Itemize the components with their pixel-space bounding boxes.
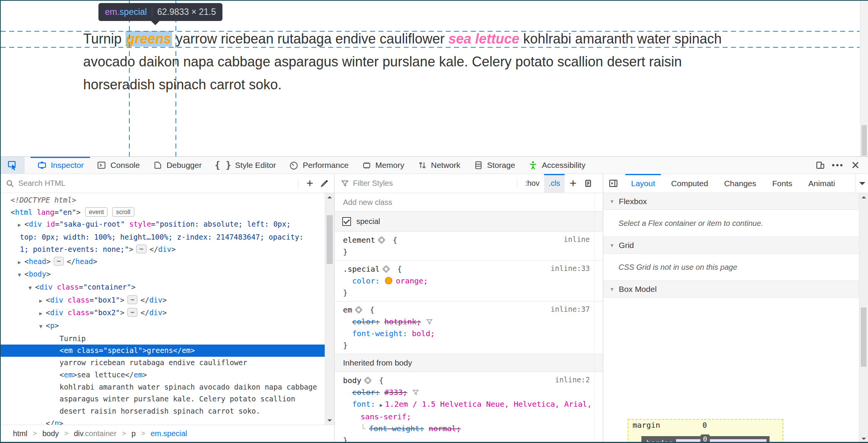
twisty-expanded-icon[interactable]: ▼ — [25, 282, 35, 294]
rule-selector[interactable]: element — [343, 235, 375, 245]
pseudo-class-toggle[interactable]: :hov — [520, 174, 544, 193]
markup-row[interactable]: ▶<div id="saka-gui-root" style="position… — [0, 218, 325, 231]
color-swatch[interactable] — [385, 277, 392, 284]
twisty-collapsed-icon[interactable]: ▶ — [14, 219, 24, 231]
property-value[interactable]: normal; — [429, 424, 461, 433]
markup-row[interactable]: <!DOCTYPE html> — [0, 194, 325, 206]
close-icon[interactable]: × — [847, 157, 864, 174]
property-value[interactable]: 1.2em / 1.5 Helvetica Neue, Helvetica, A… — [385, 400, 592, 409]
rule-selector[interactable]: em — [343, 305, 352, 314]
markup-row[interactable]: desert raisin horseradish spinach carrot… — [0, 405, 325, 417]
selector-highlighter-icon[interactable] — [378, 237, 385, 243]
rule-selector[interactable]: .special — [343, 264, 380, 274]
property-name[interactable]: font-weight: — [369, 424, 424, 433]
property-name[interactable]: color: — [352, 276, 380, 285]
print-media-icon[interactable] — [584, 179, 593, 188]
rule-source-link[interactable]: inline:33 — [551, 264, 590, 272]
markup-row[interactable]: ▶<div class="box2">⋯</div> — [0, 307, 325, 320]
css-declaration[interactable]: color: orange; — [335, 275, 603, 287]
scroll-up-icon[interactable] — [327, 196, 332, 198]
overridden-filter-icon[interactable] — [426, 318, 433, 325]
expand-inline-icon[interactable]: ⋯ — [127, 295, 137, 304]
expand-shorthand-icon[interactable]: ▶ — [380, 402, 383, 408]
sidebar-tab-animati[interactable]: Animati — [800, 174, 843, 193]
breadcrumb-item-body[interactable]: body — [42, 429, 59, 438]
selector-highlighter-icon[interactable] — [355, 306, 362, 313]
expand-inline-icon[interactable]: ⋯ — [136, 245, 146, 253]
css-declaration[interactable]: font: ▶1.2em / 1.5 Helvetica Neue, Helve… — [335, 398, 603, 411]
css-declaration[interactable]: color: hotpink; — [335, 316, 603, 328]
markup-row[interactable]: <html lang="en">eventscroll — [0, 206, 325, 219]
add-node-button[interactable]: + — [301, 177, 318, 190]
markup-scrollbar[interactable] — [325, 193, 334, 425]
markup-row[interactable]: top: 0px; width: 100%; height…100%; z-in… — [0, 231, 325, 243]
rule-source-link[interactable]: inline:37 — [551, 305, 590, 313]
sidebar-tab-computed[interactable]: Computed — [663, 174, 716, 193]
page-scrollbar[interactable] — [860, 1, 868, 156]
tab-style-editor[interactable]: { }Style Editor — [208, 157, 283, 174]
node-picker-button[interactable] — [0, 157, 24, 174]
breadcrumb-item-div[interactable]: div.container — [74, 429, 116, 438]
margin-top-value[interactable]: 0 — [702, 421, 707, 429]
markup-row[interactable]: Turnip — [0, 333, 325, 345]
property-value[interactable]: hotpink; — [384, 317, 421, 326]
markup-row[interactable]: <em>sea lettuce</em> — [0, 369, 325, 381]
twisty-collapsed-icon[interactable]: ▶ — [36, 295, 46, 307]
sidebar-tab-fonts[interactable]: Fonts — [764, 174, 800, 193]
event-badge[interactable]: event — [85, 207, 108, 217]
sidebar-tab-layout[interactable]: Layout — [623, 174, 663, 193]
new-rule-button[interactable]: + — [565, 177, 581, 190]
breadcrumb-item-html[interactable]: html — [13, 429, 27, 438]
markup-row[interactable]: yarrow ricebean rutabaga endive cauliflo… — [0, 357, 325, 369]
twisty-collapsed-icon[interactable]: ▶ — [14, 256, 24, 269]
rule-source-link[interactable]: inline — [564, 235, 590, 243]
responsive-mode-icon[interactable] — [812, 157, 829, 174]
page-scrollbar-thumb[interactable] — [862, 125, 867, 156]
property-value[interactable]: bold; — [412, 329, 435, 338]
layout-scrollbar[interactable] — [859, 193, 868, 443]
class-panel-toggle[interactable]: .cls — [544, 174, 565, 193]
tab-performance[interactable]: Performance — [282, 157, 355, 174]
menu-icon[interactable]: ••• — [829, 157, 847, 174]
markup-row[interactable]: ▶<div class="box1">⋯</div> — [0, 294, 325, 307]
property-name[interactable]: color: — [352, 317, 380, 326]
css-declaration[interactable]: └font-weight: normal; — [335, 423, 603, 435]
rule-selector[interactable]: body — [343, 376, 361, 385]
tab-accessibility[interactable]: Accessibility — [522, 157, 592, 174]
grid-section-header[interactable]: ▼ Grid — [603, 237, 868, 254]
boxmodel-section-header[interactable]: ▼ Box Model — [603, 281, 868, 298]
markup-row[interactable]: </p> — [0, 417, 325, 425]
markup-row[interactable]: ▼<body> — [0, 268, 325, 281]
property-value[interactable]: orange; — [396, 276, 428, 285]
property-name[interactable]: color: — [352, 388, 380, 397]
breadcrumb-item-em-special[interactable]: em.special — [151, 429, 187, 438]
expand-inline-icon[interactable]: ⋯ — [127, 308, 137, 317]
expand-inline-icon[interactable]: ⋯ — [54, 257, 64, 266]
markup-row[interactable]: kohlrabi amaranth water spinach avocado … — [0, 381, 325, 393]
tab-network[interactable]: Network — [411, 157, 467, 174]
scroll-down-icon[interactable] — [862, 438, 866, 440]
property-value[interactable]: #333; — [384, 388, 407, 397]
tab-debugger[interactable]: Debugger — [146, 157, 208, 174]
twisty-collapsed-icon[interactable]: ▶ — [36, 308, 46, 320]
selector-highlighter-icon[interactable] — [383, 266, 390, 272]
markup-row-selected[interactable]: <em class="special">greens</em> — [0, 345, 325, 357]
css-declaration[interactable]: color: #333; — [335, 387, 603, 398]
add-new-class-input[interactable]: Add new class — [335, 193, 603, 212]
layout-scrollbar-thumb[interactable] — [861, 308, 866, 367]
tab-memory[interactable]: Memory — [355, 157, 411, 174]
sidebar-toggle-icon[interactable] — [603, 174, 623, 193]
twisty-expanded-icon[interactable]: ▼ — [36, 321, 46, 333]
property-name[interactable]: font: — [352, 400, 375, 409]
markup-row[interactable]: ▶<head>⋯</head> — [0, 256, 325, 269]
overridden-filter-icon[interactable] — [412, 389, 419, 396]
event-badge[interactable]: scroll — [112, 207, 134, 217]
markup-row[interactable]: asparagus winter purslane kale. Celery p… — [0, 393, 325, 405]
scroll-down-icon[interactable] — [327, 419, 332, 422]
markup-scrollbar-thumb[interactable] — [327, 215, 333, 264]
flexbox-section-header[interactable]: ▼ Flexbox — [603, 193, 868, 210]
breadcrumb-item-p[interactable]: p — [131, 429, 135, 438]
markup-row[interactable]: 1; pointer-events: none;">⋯</div> — [0, 243, 325, 256]
filter-styles-input[interactable]: Filter Styles — [353, 179, 393, 188]
sidebar-tab-changes[interactable]: Changes — [716, 174, 764, 193]
